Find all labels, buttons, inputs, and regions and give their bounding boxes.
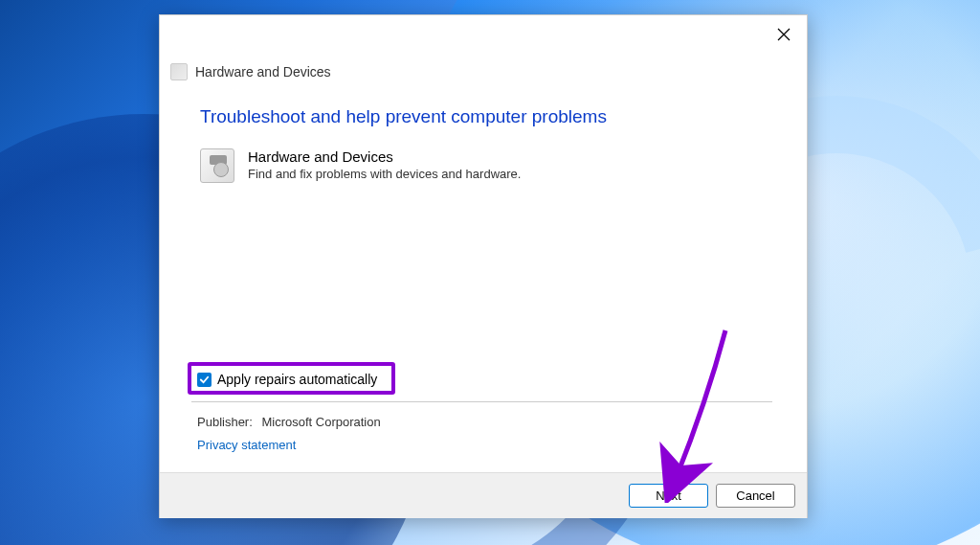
devices-icon [200, 148, 234, 183]
titlebar [160, 15, 807, 50]
dialog-header: Hardware and Devices [160, 50, 807, 100]
apply-repairs-label: Apply repairs automatically [217, 372, 377, 387]
description-text: Find and fix problems with devices and h… [248, 167, 767, 181]
description-row: Hardware and Devices Find and fix proble… [200, 148, 767, 183]
main-heading: Troubleshoot and help prevent computer p… [200, 106, 767, 127]
publisher-value: Microsoft Corporation [261, 415, 380, 429]
dialog-title: Hardware and Devices [195, 64, 331, 79]
hardware-icon [170, 63, 188, 80]
divider [191, 401, 772, 402]
dialog-content: Troubleshoot and help prevent computer p… [160, 100, 807, 517]
privacy-link[interactable]: Privacy statement [197, 438, 296, 452]
publisher-label: Publisher: [197, 415, 253, 429]
publisher-info: Publisher: Microsoft Corporation [197, 415, 381, 429]
button-bar: Next Cancel [160, 472, 807, 518]
cancel-button[interactable]: Cancel [716, 484, 795, 508]
description-title: Hardware and Devices [248, 148, 767, 165]
close-button[interactable] [772, 23, 795, 46]
next-button[interactable]: Next [629, 484, 708, 508]
apply-repairs-row: Apply repairs automatically [197, 372, 377, 387]
apply-repairs-checkbox[interactable] [197, 373, 212, 387]
